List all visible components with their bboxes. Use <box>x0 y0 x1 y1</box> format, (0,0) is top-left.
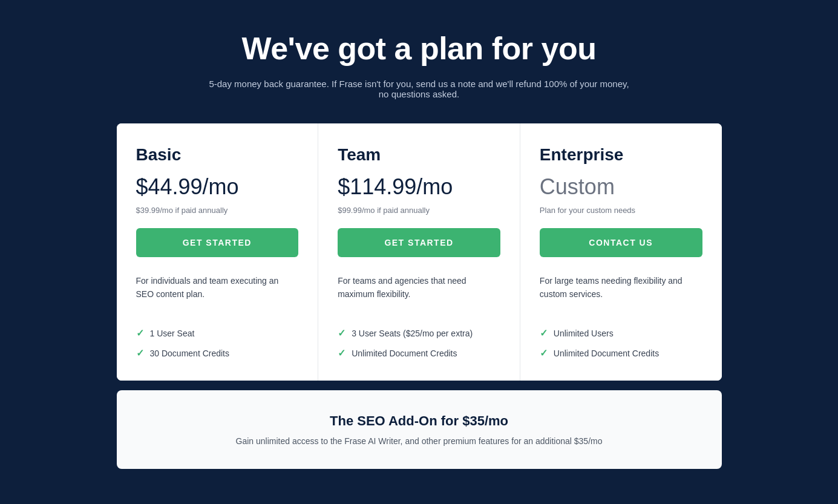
basic-plan-annual: $39.99/mo if paid annually <box>136 206 299 215</box>
list-item: ✓ 1 User Seat <box>136 327 299 339</box>
feature-label: 3 User Seats ($25/mo per extra) <box>352 329 473 338</box>
check-icon: ✓ <box>540 327 548 339</box>
list-item: ✓ Unlimited Users <box>540 327 702 339</box>
team-get-started-button[interactable]: GET STARTED <box>338 228 500 257</box>
check-icon: ✓ <box>136 347 144 359</box>
feature-label: Unlimited Document Credits <box>554 349 659 358</box>
feature-label: Unlimited Users <box>554 329 614 338</box>
enterprise-plan-name: Enterprise <box>540 145 702 165</box>
team-plan-annual: $99.99/mo if paid annually <box>338 206 500 215</box>
feature-label: 1 User Seat <box>150 329 195 338</box>
team-plan-description: For teams and agencies that need maximum… <box>338 274 500 310</box>
basic-plan-price: $44.99/mo <box>136 174 299 200</box>
basic-plan-name: Basic <box>136 145 299 165</box>
addon-description: Gain unlimited access to the Frase AI Wr… <box>136 436 702 446</box>
basic-plan-description: For individuals and team executing an SE… <box>136 274 299 310</box>
team-plan-card: Team $114.99/mo $99.99/mo if paid annual… <box>318 123 520 381</box>
basic-plan-card: Basic $44.99/mo $39.99/mo if paid annual… <box>117 123 319 381</box>
enterprise-plan-price: Custom <box>540 174 702 200</box>
page-subtitle: 5-day money back guarantee. If Frase isn… <box>208 79 631 99</box>
page-title: We've got a plan for you <box>242 30 597 67</box>
list-item: ✓ Unlimited Document Credits <box>540 347 702 359</box>
addon-title: The SEO Add-On for $35/mo <box>136 413 702 429</box>
addon-banner: The SEO Add-On for $35/mo Gain unlimited… <box>117 390 722 469</box>
enterprise-plan-card: Enterprise Custom Plan for your custom n… <box>520 123 722 381</box>
team-plan-price: $114.99/mo <box>338 174 500 200</box>
team-plan-name: Team <box>338 145 500 165</box>
enterprise-contact-us-button[interactable]: CONTACT US <box>540 228 702 257</box>
list-item: ✓ 30 Document Credits <box>136 347 299 359</box>
team-plan-features: ✓ 3 User Seats ($25/mo per extra) ✓ Unli… <box>338 327 500 359</box>
check-icon: ✓ <box>338 327 345 339</box>
basic-get-started-button[interactable]: GET STARTED <box>136 228 299 257</box>
enterprise-plan-sub: Plan for your custom needs <box>540 206 702 215</box>
list-item: ✓ 3 User Seats ($25/mo per extra) <box>338 327 500 339</box>
feature-label: 30 Document Credits <box>150 349 230 358</box>
enterprise-plan-description: For large teams needing flexibility and … <box>540 274 702 310</box>
check-icon: ✓ <box>540 347 548 359</box>
check-icon: ✓ <box>338 347 345 359</box>
feature-label: Unlimited Document Credits <box>352 349 457 358</box>
list-item: ✓ Unlimited Document Credits <box>338 347 500 359</box>
plans-container: Basic $44.99/mo $39.99/mo if paid annual… <box>117 123 722 381</box>
check-icon: ✓ <box>136 327 144 339</box>
basic-plan-features: ✓ 1 User Seat ✓ 30 Document Credits <box>136 327 299 359</box>
enterprise-plan-features: ✓ Unlimited Users ✓ Unlimited Document C… <box>540 327 702 359</box>
